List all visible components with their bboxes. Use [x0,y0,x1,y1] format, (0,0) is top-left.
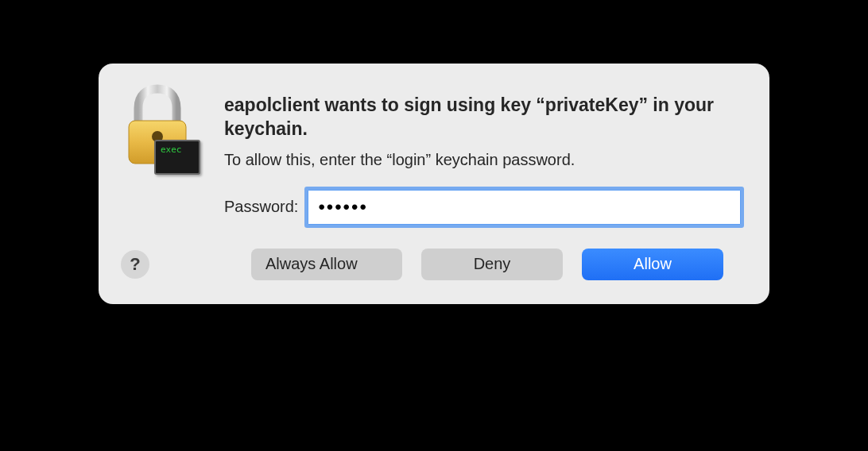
always-allow-button[interactable]: Always Allow [251,249,402,280]
button-group: Always Allow Deny Allow [251,249,741,280]
exec-badge-label: exec [161,145,182,155]
allow-button[interactable]: Allow [582,249,723,280]
exec-badge: exec [154,140,200,175]
dialog-subtext: To allow this, enter the “login” keychai… [224,151,741,169]
password-row: Password: [224,190,741,225]
lock-icon-wrap: exec [121,87,200,175]
dialog-bottom-row: ? Always Allow Deny Allow [121,249,741,280]
dialog-top-section: exec eapolclient wants to sign using key… [121,87,741,225]
dialog-content: eapolclient wants to sign using key “pri… [224,87,741,225]
keychain-auth-dialog: exec eapolclient wants to sign using key… [99,64,769,304]
help-button[interactable]: ? [121,250,149,279]
deny-button[interactable]: Deny [421,249,563,280]
dialog-heading: eapolclient wants to sign using key “pri… [224,94,741,141]
password-input[interactable] [308,190,741,225]
password-label: Password: [224,198,298,216]
